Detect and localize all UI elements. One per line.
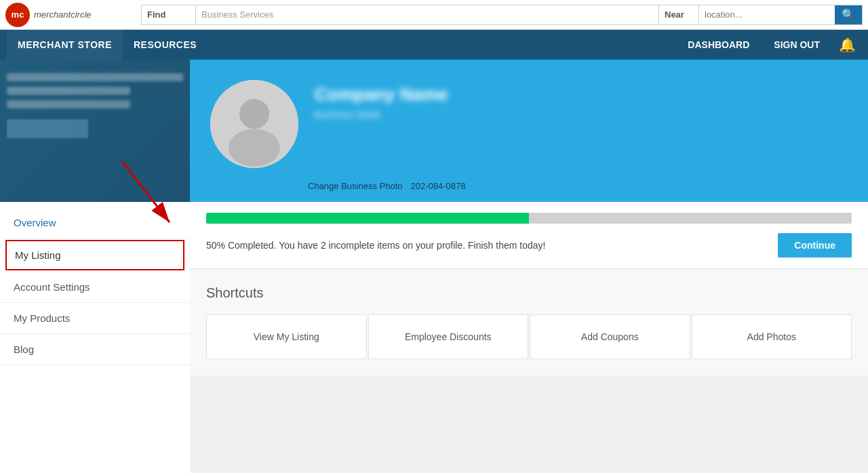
shortcut-employee-discounts[interactable]: Employee Discounts <box>368 314 529 359</box>
main-layout: Overview My Listing Account Settings My … <box>0 60 868 473</box>
search-icon: 🔍 <box>842 8 855 21</box>
sidebar-blur-line-1 <box>7 73 183 81</box>
sidebar-nav: Overview My Listing Account Settings My … <box>0 202 190 473</box>
search-near-input[interactable] <box>699 5 835 24</box>
shortcuts-section: Shortcuts View My Listing Employee Disco… <box>190 269 868 375</box>
shortcut-view-listing[interactable]: View My Listing <box>206 314 367 359</box>
nav-left: MERCHANT STORE RESOURCES <box>7 30 677 60</box>
shortcuts-title: Shortcuts <box>206 285 852 301</box>
red-arrow-annotation <box>115 155 190 236</box>
nav-sign-out[interactable]: SIGN OUT <box>763 30 831 60</box>
nav-bar: MERCHANT STORE RESOURCES DASHBOARD SIGN … <box>0 30 868 60</box>
content-area: Company Name Business Detail Change Busi… <box>190 60 868 473</box>
change-photo-link[interactable]: Change Business Photo <box>308 181 402 191</box>
near-label: Near <box>658 5 699 24</box>
progress-message: 50% Completed. You have 2 incomplete ite… <box>206 240 545 251</box>
profile-actions: Change Business Photo 202-084-0878 <box>308 181 465 191</box>
svg-point-4 <box>229 129 280 167</box>
progress-info-row: 50% Completed. You have 2 incomplete ite… <box>206 233 852 258</box>
profile-header: Company Name Business Detail Change Busi… <box>190 60 868 202</box>
sidebar-blur-button <box>7 119 88 138</box>
profile-phone: 202-084-0878 <box>410 181 465 191</box>
shortcuts-grid: View My Listing Employee Discounts Add C… <box>206 314 852 359</box>
search-find-input[interactable] <box>196 5 658 24</box>
sidebar: Overview My Listing Account Settings My … <box>0 60 190 473</box>
avatar-svg <box>210 80 298 168</box>
progress-section: 50% Completed. You have 2 incomplete ite… <box>190 202 868 269</box>
avatar <box>210 80 298 168</box>
logo-text: merchantcircle <box>34 10 92 19</box>
nav-item-merchant-store[interactable]: MERCHANT STORE <box>7 30 123 60</box>
shortcut-add-coupons[interactable]: Add Coupons <box>530 314 690 359</box>
progress-bar-container <box>206 213 852 224</box>
sidebar-item-account-settings[interactable]: Account Settings <box>0 272 190 303</box>
sidebar-item-blog[interactable]: Blog <box>0 334 190 365</box>
continue-button[interactable]: Continue <box>778 233 852 258</box>
top-search-bar: mc merchantcircle Find Near 🔍 <box>0 0 868 30</box>
sidebar-item-my-listing[interactable]: My Listing <box>5 240 184 270</box>
profile-detail: Business Detail <box>315 109 848 120</box>
sidebar-blur-line-2 <box>7 87 130 95</box>
shortcut-add-photos[interactable]: Add Photos <box>692 314 852 359</box>
search-section: Find Near 🔍 <box>141 5 863 25</box>
svg-point-3 <box>239 99 269 129</box>
profile-company-name: Company Name <box>315 84 848 105</box>
sidebar-item-my-products[interactable]: My Products <box>0 303 190 334</box>
nav-right: DASHBOARD SIGN OUT 🔔 <box>677 30 861 60</box>
sidebar-blurred-content <box>7 73 183 138</box>
progress-bar-fill <box>206 213 529 224</box>
profile-info: Company Name Business Detail <box>315 73 848 120</box>
search-button[interactable]: 🔍 <box>835 5 862 24</box>
logo-mc-badge: mc <box>5 3 30 27</box>
logo-area: mc merchantcircle <box>5 3 141 27</box>
nav-dashboard[interactable]: DASHBOARD <box>677 30 760 60</box>
nav-item-resources[interactable]: RESOURCES <box>123 30 208 60</box>
sidebar-blur-line-3 <box>7 100 130 108</box>
svg-line-1 <box>122 161 170 222</box>
find-label: Find <box>142 5 196 24</box>
bell-icon[interactable]: 🔔 <box>833 37 861 53</box>
